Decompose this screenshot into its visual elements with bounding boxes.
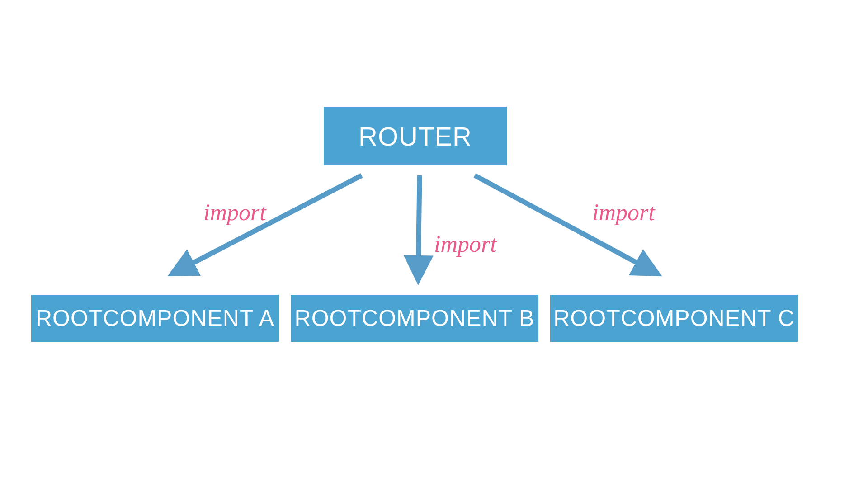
rootcomponent-c-node: ROOTCOMPONENT C xyxy=(550,295,798,342)
rootcomponent-c-label: ROOTCOMPONENT C xyxy=(553,305,795,331)
rootcomponent-b-label: ROOTCOMPONENT B xyxy=(295,305,535,331)
rootcomponent-a-label: ROOTCOMPONENT A xyxy=(36,305,274,331)
arrow-to-b xyxy=(418,175,420,280)
edge-label-b: import xyxy=(434,231,497,257)
arrow-to-a xyxy=(172,175,362,274)
edge-label-a: import xyxy=(203,199,266,226)
router-label: ROUTER xyxy=(359,121,472,151)
rootcomponent-a-node: ROOTCOMPONENT A xyxy=(31,295,279,342)
rootcomponent-b-node: ROOTCOMPONENT B xyxy=(291,295,538,342)
router-node: ROUTER xyxy=(324,107,507,165)
edge-label-c: import xyxy=(592,199,655,226)
